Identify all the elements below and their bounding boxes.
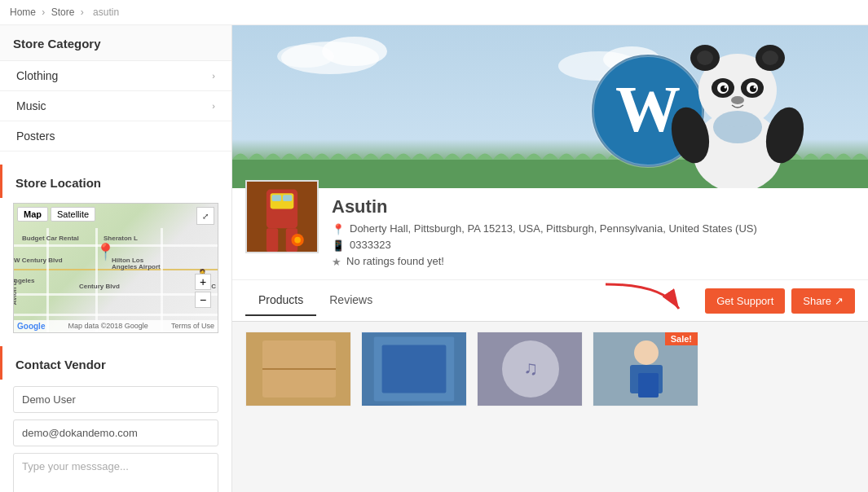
store-address: 📍 Doherty Hall, Pittsburgh, PA 15213, US… xyxy=(332,222,855,235)
product-image: ♫ xyxy=(478,332,582,406)
sidebar-item-music[interactable]: Music › xyxy=(0,91,231,121)
svg-point-3 xyxy=(277,45,334,68)
svg-point-25 xyxy=(754,86,756,89)
get-support-button[interactable]: Get Support xyxy=(705,288,785,314)
product-card[interactable]: ♫ xyxy=(477,332,583,406)
google-logo: Google xyxy=(17,322,45,331)
zoom-in-button[interactable]: + xyxy=(195,274,211,290)
svg-point-36 xyxy=(294,237,301,244)
svg-rect-43 xyxy=(382,345,447,393)
category-label: Music xyxy=(16,99,46,112)
map-inner: Map Satellite ⤢ Budget Car Rental xyxy=(14,204,218,332)
store-phone-text: 0333323 xyxy=(350,239,391,251)
svg-text:♫: ♫ xyxy=(523,357,538,379)
chevron-right-icon: › xyxy=(212,101,215,111)
svg-point-17 xyxy=(762,51,778,65)
svg-point-24 xyxy=(725,86,727,89)
product-card[interactable] xyxy=(361,332,467,406)
contact-name-field: Demo User xyxy=(13,386,218,413)
product-image xyxy=(362,332,466,406)
avatar-image xyxy=(247,180,317,253)
category-list: Clothing › Music › Posters xyxy=(0,61,231,152)
product-card[interactable] xyxy=(245,332,351,406)
store-avatar xyxy=(245,180,319,253)
expand-icon: ⤢ xyxy=(202,212,209,221)
svg-point-48 xyxy=(634,340,659,365)
svg-rect-32 xyxy=(283,195,292,201)
breadcrumb-current: asutin xyxy=(93,7,119,18)
map-data-label: Map data ©2018 Google xyxy=(68,322,148,331)
store-info: Asutin 📍 Doherty Hall, Pittsburgh, PA 15… xyxy=(332,196,855,271)
sidebar-item-clothing[interactable]: Clothing › xyxy=(0,61,231,91)
svg-point-26 xyxy=(731,96,744,104)
store-name: Asutin xyxy=(332,196,855,217)
store-location-title: Store Location xyxy=(0,165,231,198)
map-pin: 📍 xyxy=(95,242,116,261)
tab-reviews[interactable]: Reviews xyxy=(316,285,386,316)
phone-icon: 📱 xyxy=(332,239,345,252)
category-label: Clothing xyxy=(16,69,58,82)
svg-point-15 xyxy=(697,51,713,65)
contact-message-textarea[interactable]: Type your messsage... xyxy=(13,453,218,492)
share-label: Share xyxy=(803,295,831,307)
map-controls: Map Satellite xyxy=(17,207,95,222)
svg-rect-31 xyxy=(272,195,281,201)
contact-email-field: demo@dokandemo.com xyxy=(13,420,218,446)
sidebar: Store Category Clothing › Music › Poster… xyxy=(0,25,232,492)
sale-badge: Sale! xyxy=(665,332,698,345)
panda-character xyxy=(656,29,819,188)
message-placeholder: Type your messsage... xyxy=(22,460,129,472)
store-category-title: Store Category xyxy=(0,25,231,61)
store-tabs-bar: Products Reviews Get Support Share ↗ xyxy=(232,280,868,322)
store-rating-text: No ratings found yet! xyxy=(346,255,444,267)
map-container[interactable]: Map Satellite ⤢ Budget Car Rental xyxy=(13,203,218,333)
sidebar-item-posters[interactable]: Posters xyxy=(0,121,231,152)
tab-actions: Get Support Share ↗ xyxy=(597,280,855,321)
product-card[interactable]: Sale! xyxy=(593,332,698,406)
store-banner: W xyxy=(232,25,868,188)
store-rating: ★ No ratings found yet! xyxy=(332,255,855,268)
map-footer: Google Map data ©2018 Google Terms of Us… xyxy=(14,320,218,332)
breadcrumb-store[interactable]: Store xyxy=(51,7,75,18)
svg-point-27 xyxy=(713,111,762,143)
svg-rect-33 xyxy=(267,228,278,252)
store-phone: 📱 0333323 xyxy=(332,239,855,252)
arrow-annotation xyxy=(597,280,695,321)
map-view-button[interactable]: Map xyxy=(17,207,48,222)
map-terms[interactable]: Terms of Use xyxy=(171,322,214,331)
svg-rect-50 xyxy=(638,373,659,398)
category-label: Posters xyxy=(16,130,55,143)
location-icon: 📍 xyxy=(332,223,345,235)
store-address-text: Doherty Hall, Pittsburgh, PA 15213, USA,… xyxy=(350,222,757,235)
external-link-icon: ↗ xyxy=(835,295,844,307)
map-expand-button[interactable]: ⤢ xyxy=(196,207,214,225)
contact-vendor-title: Contact Vendor xyxy=(0,346,231,380)
main-content: W xyxy=(232,25,868,492)
map-zoom-controls: + − xyxy=(195,274,211,308)
zoom-out-button[interactable]: − xyxy=(195,292,211,308)
product-image xyxy=(246,332,350,406)
star-icon: ★ xyxy=(332,256,341,268)
breadcrumb-home[interactable]: Home xyxy=(10,7,36,18)
map-roads: Budget Car Rental Sheraton L W Century B… xyxy=(14,228,218,332)
satellite-view-button[interactable]: Satellite xyxy=(51,207,95,222)
svg-point-2 xyxy=(322,37,387,66)
store-profile: Asutin 📍 Doherty Hall, Pittsburgh, PA 15… xyxy=(232,188,868,280)
products-grid: ♫ Sale! xyxy=(232,322,868,416)
chevron-right-icon: › xyxy=(212,71,215,81)
breadcrumb: Home › Store › asutin xyxy=(0,0,868,25)
tab-products[interactable]: Products xyxy=(245,285,316,316)
share-button[interactable]: Share ↗ xyxy=(791,288,855,314)
